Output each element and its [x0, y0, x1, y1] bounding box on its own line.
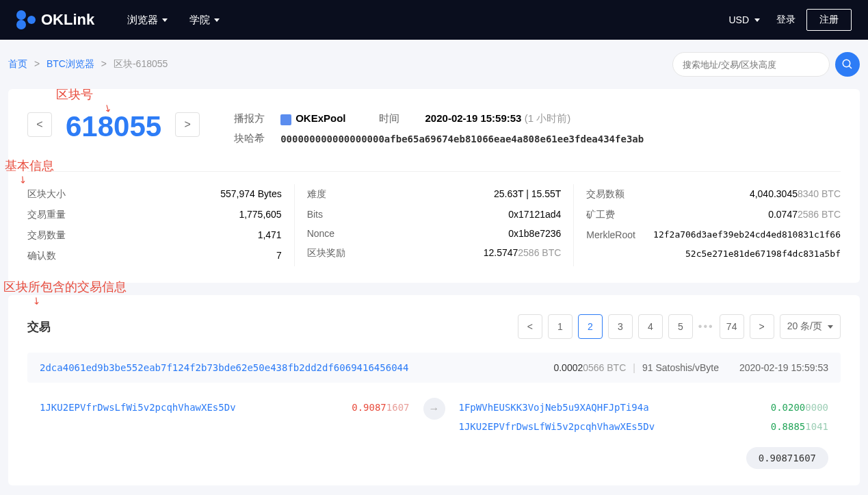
logo-icon — [16, 10, 36, 29]
merkle-label: MerkleRoot — [586, 229, 635, 240]
chevron-down-icon — [214, 18, 220, 22]
svg-point-0 — [843, 60, 850, 67]
page-next-button[interactable]: > — [750, 314, 774, 339]
breadcrumb: 首页 > BTC浏览器 > 区块-618055 — [8, 58, 168, 71]
count-label: 交易数量 — [27, 229, 66, 242]
input-address[interactable]: 1JKU2EPVfrDwsLfWi5v2pcqhVhawXEs5Dv — [40, 402, 236, 413]
confirm-label: 确认数 — [27, 250, 56, 262]
tx-outputs: 1FpWVhEUSKK3VojNeb5u9XAQHFJpTi94a 0.0200… — [459, 398, 829, 436]
amount-value: 4,040.30458340 BTC — [750, 188, 841, 201]
broadcaster-label: 播报方 — [234, 112, 268, 125]
tx-total-row: 0.90871607 — [27, 447, 841, 469]
info-grid: 区块大小557,974 Bytes 交易重量1,775,605 交易数量1,47… — [27, 171, 841, 266]
page-5-button[interactable]: 5 — [668, 314, 693, 339]
page-ellipsis: ••• — [698, 320, 714, 333]
tx-hash[interactable]: 2dca4061ed9b3be552eab7f124f2b73bde62e50e… — [40, 362, 553, 373]
merkle-value-1: 12f2a706d3aef39eb24cd4ed810831c1f66 — [653, 229, 841, 240]
weight-label: 交易重量 — [27, 209, 66, 221]
block-time: 2020-02-19 15:59:53 (1 小时前) — [425, 112, 571, 125]
weight-value: 1,775,605 — [239, 209, 281, 221]
chevron-down-icon — [828, 325, 833, 329]
amount-label: 交易数额 — [586, 188, 624, 201]
block-card: 区块号 ↘ 基本信息 ↘ < 618055 > 播报方 OKExPool 时间 … — [8, 89, 860, 283]
output-address-2[interactable]: 1JKU2EPVfrDwsLfWi5v2pcqhVhawXEs5Dv — [459, 421, 655, 432]
top-header: OKLink 浏览器 学院 USD 登录 注册 — [0, 0, 868, 40]
diff-label: 难度 — [307, 188, 326, 201]
output-amount-1: 0.02000000 — [771, 402, 828, 413]
block-meta: 播报方 OKExPool 时间 2020-02-19 15:59:53 (1 小… — [234, 112, 644, 152]
tx-header: 交易 < 1 2 3 4 5 ••• 74 > 20 条/页 — [27, 314, 841, 339]
count-value: 1,471 — [258, 229, 282, 242]
tx-inputs: 1JKU2EPVfrDwsLfWi5v2pcqhVhawXEs5Dv 0.908… — [40, 398, 410, 417]
input-amount: 0.90871607 — [352, 402, 409, 413]
tx-body: 1JKU2EPVfrDwsLfWi5v2pcqhVhawXEs5Dv 0.908… — [27, 398, 841, 436]
tx-title: 交易 — [27, 319, 51, 335]
register-button[interactable]: 注册 — [806, 9, 852, 31]
time-label: 时间 — [379, 112, 413, 125]
output-amount-2: 0.88851041 — [771, 421, 828, 432]
reward-label: 区块奖励 — [307, 247, 345, 259]
nonce-value: 0x1b8e7236 — [508, 228, 561, 239]
chevron-down-icon — [162, 18, 168, 22]
svg-line-1 — [849, 66, 852, 68]
logo-text: OKLink — [41, 11, 94, 29]
currency-selector[interactable]: USD — [728, 14, 760, 25]
nav-academy[interactable]: 学院 — [189, 14, 220, 27]
annotation-tx-info: 区块所包含的交易信息 — [3, 279, 127, 295]
fee-label: 矿工费 — [586, 209, 615, 221]
bits-label: Bits — [307, 209, 323, 220]
annotation-block-number: 区块号 — [56, 86, 93, 103]
reward-value: 12.57472586 BTC — [484, 247, 562, 259]
search-input[interactable] — [672, 52, 830, 77]
search-icon — [841, 58, 854, 71]
login-button[interactable]: 登录 — [776, 14, 795, 26]
tx-summary-row: 2dca4061ed9b3be552eab7f124f2b73bde62e50e… — [27, 353, 841, 383]
info-col-1: 区块大小557,974 Bytes 交易重量1,775,605 交易数量1,47… — [27, 184, 294, 266]
annotation-arrow-icon: ↘ — [30, 294, 43, 307]
nav-browser[interactable]: 浏览器 — [127, 14, 168, 27]
size-value: 557,974 Bytes — [220, 188, 282, 201]
page-1-button[interactable]: 1 — [548, 314, 573, 339]
search-wrap — [672, 52, 860, 77]
page-2-button[interactable]: 2 — [578, 314, 603, 339]
bits-value: 0x17121ad4 — [508, 209, 561, 220]
hash-label: 块哈希 — [234, 132, 268, 145]
block-number: 618055 — [66, 112, 161, 141]
transactions-card: 区块所包含的交易信息 ↘ 交易 < 1 2 3 4 5 ••• 74 > 20 … — [8, 295, 860, 485]
main-nav: 浏览器 学院 — [127, 14, 220, 27]
info-col-3: 交易数额4,040.30458340 BTC 矿工费0.07472586 BTC… — [573, 184, 841, 266]
breadcrumb-row: 首页 > BTC浏览器 > 区块-618055 — [8, 52, 860, 77]
page-prev-button[interactable]: < — [518, 314, 542, 339]
tx-satoshi: 91 Satoshis/vByte — [642, 362, 719, 373]
logo[interactable]: OKLink — [16, 10, 94, 29]
nav-academy-label: 学院 — [189, 14, 210, 27]
per-page-select[interactable]: 20 条/页 — [780, 314, 841, 339]
page-3-button[interactable]: 3 — [608, 314, 633, 339]
page-4-button[interactable]: 4 — [638, 314, 663, 339]
chevron-down-icon — [754, 18, 760, 22]
confirm-value: 7 — [276, 250, 282, 262]
currency-label: USD — [728, 14, 749, 25]
block-header: < 618055 > 播报方 OKExPool 时间 2020-02-19 15… — [27, 112, 841, 152]
info-col-2: 难度25.63T | 15.55T Bits0x17121ad4 Nonce0x… — [294, 184, 574, 266]
breadcrumb-current: 区块-618055 — [114, 58, 168, 69]
pool-icon — [280, 114, 291, 125]
nav-browser-label: 浏览器 — [127, 14, 158, 27]
output-address-1[interactable]: 1FpWVhEUSKK3VojNeb5u9XAQHFJpTi94a — [459, 402, 649, 413]
search-button[interactable] — [835, 52, 860, 77]
breadcrumb-btc[interactable]: BTC浏览器 — [47, 58, 94, 69]
size-label: 区块大小 — [27, 188, 66, 201]
merkle-value-2: 52c5e271e81de67198f4dc831a5bf — [685, 249, 841, 259]
tx-fee: 0.00020566 BTC — [553, 362, 626, 373]
arrow-right-icon: → — [423, 398, 445, 420]
next-block-button[interactable]: > — [175, 112, 200, 137]
diff-value: 25.63T | 15.55T — [494, 188, 561, 201]
annotation-basic-info: 基本信息 — [5, 157, 54, 174]
pool-name[interactable]: OKExPool — [280, 112, 345, 125]
breadcrumb-home[interactable]: 首页 — [8, 58, 27, 69]
prev-block-button[interactable]: < — [27, 112, 52, 137]
pagination: < 1 2 3 4 5 ••• 74 > 20 条/页 — [518, 314, 841, 339]
tx-total-badge: 0.90871607 — [746, 447, 828, 469]
page-last-button[interactable]: 74 — [720, 314, 744, 339]
nonce-label: Nonce — [307, 228, 334, 239]
